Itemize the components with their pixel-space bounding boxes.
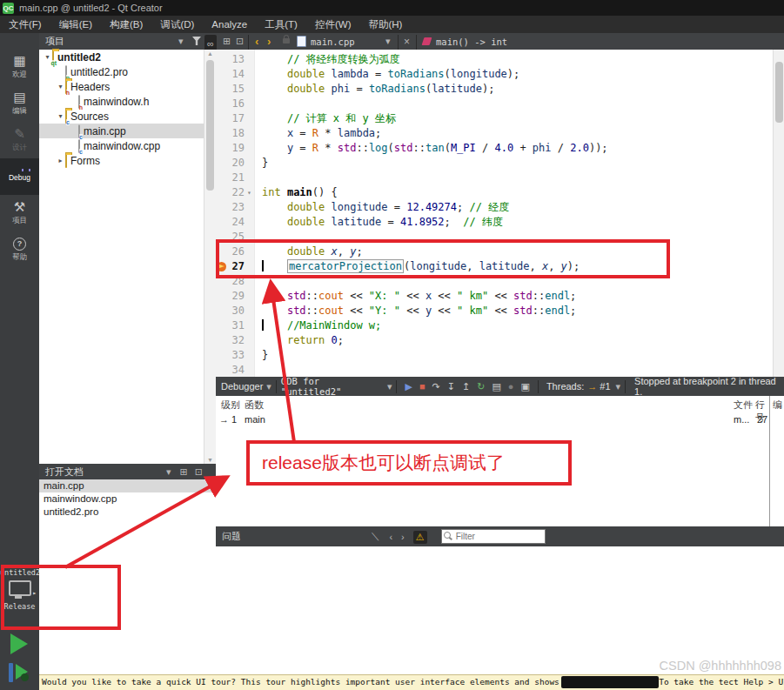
gutter-line-31[interactable]: 31	[216, 318, 254, 333]
code-line-20[interactable]: 20}	[216, 156, 784, 171]
editor-scrollbar[interactable]	[773, 50, 784, 377]
gutter-line-18[interactable]: 18	[216, 126, 254, 141]
mode-项目[interactable]: ⚒项目	[0, 195, 39, 231]
code-text[interactable]: // 计算 x 和 y 坐标	[254, 111, 396, 126]
code-text[interactable]	[254, 230, 262, 245]
tree-item-mainwindow.h[interactable]: hmainwindow.h	[39, 94, 216, 109]
gutter-line-16[interactable]: 16	[216, 97, 254, 111]
close-panel-icon[interactable]: ⊡	[236, 33, 244, 50]
code-line-29[interactable]: 29 std::cout << "X: " << x << " km" << s…	[216, 289, 784, 304]
tree-scrollbar[interactable]: ▲ ▼	[204, 50, 216, 464]
close-document-icon[interactable]: ×	[404, 33, 410, 50]
gutter-line-14[interactable]: 14	[216, 67, 254, 82]
stack-row-level[interactable]: 1	[231, 414, 237, 425]
open-doc-item-mainwindow.cpp[interactable]: mainwindow.cpp	[39, 492, 216, 506]
breakpoint-hit-icon[interactable]	[217, 262, 226, 271]
gutter-line-15[interactable]: 15	[216, 82, 254, 97]
stack-col-function[interactable]: 函数	[245, 399, 264, 412]
docs-dropdown-icon[interactable]: ▾	[166, 466, 171, 478]
code-text[interactable]: mercatorProjection(longitude, latitude, …	[254, 259, 580, 274]
docs-scroll-up-icon[interactable]: ▲	[208, 480, 214, 486]
gutter-line-33[interactable]: 33	[216, 348, 254, 363]
document-dropdown-icon[interactable]: ▾	[385, 33, 391, 50]
interrupt-icon[interactable]: ■	[419, 381, 426, 392]
code-text[interactable]: }	[254, 348, 268, 363]
kit-flyout-arrow-icon[interactable]: ▸	[32, 589, 37, 597]
gutter-line-19[interactable]: 19	[216, 141, 254, 156]
menu-item[interactable]: 工具(T)	[256, 16, 306, 33]
mode-编辑[interactable]: ▤编辑	[0, 85, 39, 122]
code-line-33[interactable]: 33}	[216, 348, 784, 363]
clean-icon[interactable]: ⟍	[372, 531, 379, 543]
gutter-line-23[interactable]: 23	[216, 200, 254, 215]
gutter-line-25[interactable]: 25	[216, 230, 254, 245]
expand-arrow-icon[interactable]: ▾	[56, 112, 65, 120]
code-text[interactable]: int main() {	[254, 185, 338, 200]
code-line-28[interactable]: 28	[216, 274, 784, 289]
step-over-icon[interactable]: ↷	[432, 381, 440, 392]
code-text[interactable]: double phi = toRadians(latitude);	[254, 82, 494, 97]
mode-Debug[interactable]: Debug	[0, 158, 39, 195]
split-panel-icon[interactable]: ⊞	[223, 33, 231, 50]
code-line-19[interactable]: 19 y = R * std::log(std::tan(M_PI / 4.0 …	[216, 141, 784, 156]
nav-panel-dropdown-icon[interactable]: ▾	[178, 33, 184, 50]
expand-arrow-icon[interactable]: ▾	[56, 83, 65, 90]
code-line-27[interactable]: 27 mercatorProjection(longitude, latitud…	[216, 259, 784, 274]
nav-panel-title[interactable]: 项目	[45, 33, 64, 50]
record-icon[interactable]: ●	[508, 381, 514, 392]
menu-item[interactable]: 文件(F)	[0, 16, 50, 33]
code-line-16[interactable]: 16	[216, 97, 784, 111]
tree-item-Headers[interactable]: ▾hHeaders	[39, 79, 216, 94]
menu-item[interactable]: Analyze	[203, 16, 256, 33]
stack-row-arrow-icon[interactable]: →	[219, 414, 229, 425]
source-view-icon[interactable]: ▤	[492, 381, 500, 392]
code-text[interactable]: double longitude = 12.49274; // 经度	[254, 200, 509, 215]
menu-item[interactable]: 控件(W)	[306, 16, 360, 33]
fold-marker-icon[interactable]: ▾	[245, 185, 254, 200]
gutter-line-24[interactable]: 24	[216, 215, 254, 230]
menu-item[interactable]: 编辑(E)	[50, 16, 101, 33]
code-text[interactable]: double latitude = 41.8952; // 纬度	[254, 215, 503, 230]
debug-run-button[interactable]	[7, 661, 33, 686]
stack-row-line[interactable]: 27	[757, 414, 767, 425]
threads-dropdown-icon[interactable]: ▾	[616, 381, 621, 392]
code-line-24[interactable]: 24 double latitude = 41.8952; // 纬度	[216, 215, 784, 230]
code-text[interactable]: }	[254, 156, 268, 171]
prev-issue-icon[interactable]: ‹	[389, 532, 392, 542]
go-forward-icon[interactable]: ›	[267, 33, 271, 50]
code-text[interactable]: double x, y;	[254, 245, 363, 259]
gutter-line-30[interactable]: 30	[216, 304, 254, 318]
stack-col-level[interactable]: 级别	[221, 399, 240, 412]
issues-title[interactable]: 问题	[216, 530, 241, 543]
tree-item-untitled2.pro[interactable]: puntitled2.pro	[39, 64, 216, 79]
docs-split-icon[interactable]: ⊞	[180, 466, 188, 478]
gutter-line-28[interactable]: 28	[216, 274, 254, 289]
code-line-17[interactable]: 17 // 计算 x 和 y 坐标	[216, 111, 784, 126]
step-out-icon[interactable]: ↥	[462, 381, 470, 392]
restart-icon[interactable]: ↻	[477, 381, 485, 392]
code-text[interactable]: double lambda = toRadians(longitude);	[254, 67, 519, 82]
tree-item-main.cpp[interactable]: cmain.cpp	[39, 124, 216, 138]
filter-input[interactable]	[441, 529, 546, 544]
code-line-32[interactable]: 32 return 0;	[216, 333, 784, 348]
code-text[interactable]	[254, 97, 262, 111]
next-issue-icon[interactable]: ›	[401, 532, 405, 542]
gutter-line-17[interactable]: 17	[216, 111, 254, 126]
code-text[interactable]: x = R * lambda;	[254, 126, 381, 141]
step-into-icon[interactable]: ↧	[447, 381, 455, 392]
code-line-26[interactable]: 26 double x, y;	[216, 245, 784, 259]
code-text[interactable]: // 将经纬度转换为弧度	[254, 52, 400, 67]
warnings-toggle-icon[interactable]: ⚠	[413, 531, 427, 544]
code-text[interactable]	[254, 171, 262, 185]
gutter-line-22[interactable]: 22▾	[216, 185, 254, 200]
code-line-23[interactable]: 23 double longitude = 12.49274; // 经度	[216, 200, 784, 215]
thread-current[interactable]: #1	[600, 381, 610, 392]
symbol-selector[interactable]: main() -> int	[436, 33, 507, 50]
docs-close-icon[interactable]: ⊡	[195, 466, 203, 478]
gutter-line-26[interactable]: 26	[216, 245, 254, 259]
debugger-engine-label[interactable]: GDB for "untitled2"	[281, 376, 384, 397]
code-line-22[interactable]: 22▾int main() {	[216, 185, 784, 200]
gutter-line-27[interactable]: 27	[216, 259, 254, 274]
open-doc-item-main.cpp[interactable]: main.cpp	[39, 479, 216, 492]
stack-row-file[interactable]: m...	[734, 414, 749, 425]
